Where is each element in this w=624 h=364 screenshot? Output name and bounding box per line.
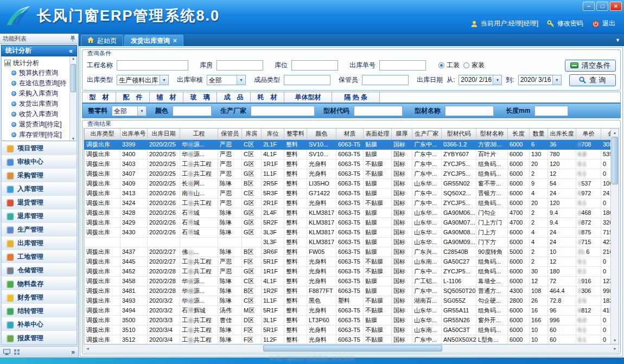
column-header[interactable]: 表面处理 bbox=[364, 129, 392, 139]
table-row[interactable]: 调拨出库34072020/2/25工业共工程严思G区1L1F整料光身料6063-… bbox=[85, 169, 611, 178]
sidebar-module-item[interactable]: 退库管理 bbox=[1, 209, 77, 223]
table-row[interactable]: 调拨出库34932020/3/2华城源...陈琳C区1L1F整料黑色塑料不贴膜国… bbox=[85, 296, 611, 305]
material-tab[interactable]: 成 品 bbox=[217, 92, 251, 103]
vertical-scrollbar[interactable]: ▲ ▼ bbox=[610, 129, 619, 344]
column-header[interactable]: 单价 bbox=[576, 129, 601, 139]
scroll-down-icon[interactable]: ▼ bbox=[72, 137, 75, 141]
pin-icon[interactable] bbox=[70, 35, 75, 42]
material-tab[interactable]: 单体型材 bbox=[284, 92, 332, 103]
minimize-button[interactable]: – bbox=[583, 2, 595, 11]
tree-scrollbar[interactable]: ▲ ▼ bbox=[69, 56, 77, 141]
column-header[interactable]: 库房 bbox=[242, 129, 262, 139]
material-tab[interactable]: 隔 热 条 bbox=[332, 92, 380, 103]
material-tab[interactable]: 配 件 bbox=[116, 92, 150, 103]
date-to-select[interactable]: 2020/ 3/16 ▼ bbox=[518, 75, 562, 85]
horizontal-scrollbar[interactable]: ◄ ► bbox=[84, 344, 619, 353]
radio-gongzhuang[interactable]: 工装 bbox=[438, 61, 460, 70]
search-button[interactable]: 查 询 bbox=[569, 74, 616, 86]
monitor-icon[interactable] bbox=[3, 349, 10, 355]
tab-shipment-outbound-query[interactable]: 发货出库查询× bbox=[124, 35, 183, 46]
collapse-icon[interactable]: « bbox=[69, 47, 73, 55]
sidebar-module-item[interactable]: 仓储管理 bbox=[1, 263, 77, 277]
audit-select[interactable]: 全部 ▼ bbox=[207, 75, 246, 85]
tree-root-node[interactable]: 统计分析 bbox=[4, 58, 69, 68]
more-modules-icon[interactable]: » bbox=[71, 348, 75, 356]
sidebar-group-header[interactable]: 统计分析 « bbox=[1, 45, 77, 56]
sidebar-module-item[interactable]: 项目管理 bbox=[1, 142, 77, 156]
column-header[interactable]: 出库单号 bbox=[120, 129, 148, 139]
sidebar-module-item[interactable]: 报废管理 bbox=[1, 331, 77, 345]
tree-item[interactable]: 采购入库查询 bbox=[4, 88, 69, 99]
column-header[interactable]: 出库长度 bbox=[548, 129, 576, 139]
material-tab[interactable]: 耗 材 bbox=[251, 92, 284, 103]
logout-button[interactable]: 退出 bbox=[592, 19, 615, 28]
vertical-scroll-thumb[interactable] bbox=[612, 137, 618, 184]
scroll-down-icon[interactable]: ▼ bbox=[613, 336, 617, 344]
table-row[interactable]: 调拨出库34812020/2/28华城源...陈琳B区1R2F整料F8877FT… bbox=[85, 286, 611, 296]
tab-overflow-icon[interactable]: ▼ bbox=[615, 37, 620, 43]
date-from-select[interactable]: 2020/ 2/16 ▼ bbox=[459, 75, 502, 85]
sidebar-module-item[interactable]: 出库管理 bbox=[1, 237, 77, 251]
table-row[interactable]: 调拨出库35102020/3/4工业共工程陈琳F区5R1F整料光身料6063-T… bbox=[85, 325, 611, 335]
scroll-up-icon[interactable]: ▲ bbox=[613, 129, 617, 136]
dropdown-icon[interactable]: ▼ bbox=[493, 75, 501, 85]
sidebar-module-item[interactable]: 财务管理 bbox=[1, 290, 77, 304]
table-row[interactable]: 调拨出库33992020/2/25华城源...严思C区2L1F整料SV10...… bbox=[85, 139, 611, 149]
column-header[interactable]: 出库日期 bbox=[148, 129, 180, 139]
column-header[interactable]: 型材代码 bbox=[442, 129, 476, 139]
clear-conditions-button[interactable]: 清空条件 bbox=[565, 60, 616, 72]
sidebar-module-item[interactable]: 审核中心 bbox=[1, 155, 77, 169]
column-header[interactable]: 金 bbox=[601, 129, 611, 139]
sidebar-module-item[interactable]: 生产管理 bbox=[1, 223, 77, 237]
column-header[interactable]: 生产厂家 bbox=[412, 129, 442, 139]
table-row[interactable]: 调拨出库34522020/2/28工业共工程严思G区1R1F整料光身料6063-… bbox=[85, 266, 611, 276]
column-header[interactable]: 库位 bbox=[262, 129, 284, 139]
length-input[interactable] bbox=[534, 106, 568, 116]
material-tab[interactable]: 型 材 bbox=[82, 92, 116, 103]
dropdown-icon[interactable]: ▼ bbox=[160, 75, 168, 85]
change-password-button[interactable]: 修改密码 bbox=[547, 19, 583, 28]
sidebar-module-item[interactable]: 物料盘存 bbox=[1, 277, 77, 291]
scroll-up-icon[interactable]: ▲ bbox=[72, 56, 75, 60]
tree-item[interactable]: 退货查询[待定] bbox=[4, 119, 69, 130]
table-row[interactable]: 调拨出库34942020/3/2石湾辉城汤伟M区5R1F整料光身料6063-T5… bbox=[85, 305, 611, 315]
table-row[interactable]: 调拨出库34302020/2/26石湾城陈琳G区3L3F整料KLM3817606… bbox=[85, 227, 611, 237]
table-row[interactable]: 调拨出库34452020/2/27工业共工程严思F区5R1F整料光身料6063-… bbox=[85, 257, 611, 266]
sidebar-module-item[interactable]: 入库管理 bbox=[1, 182, 77, 196]
project-name-input[interactable] bbox=[117, 60, 188, 71]
table-row[interactable]: 3L3F整料KLM38176063-T5贴膜国标山东华...GA90M09...… bbox=[85, 237, 611, 247]
out-type-select[interactable]: 生产领料出库 ▼ bbox=[117, 75, 169, 85]
column-header[interactable]: 工程 bbox=[180, 129, 218, 139]
table-row[interactable]: 调拨出库34582020/2/28华城源...陈琳C区4L1F整料光身料6063… bbox=[85, 276, 611, 286]
profile-name-input[interactable] bbox=[445, 106, 494, 116]
tab-start-page[interactable]: 起始页 bbox=[81, 35, 123, 46]
tree-item[interactable]: 发货出库查询 bbox=[4, 99, 69, 109]
tree-item[interactable]: 预算执行查询 bbox=[4, 68, 69, 78]
table-row[interactable]: 调拨出库34002020/2/25华城源...严思C区4L1F整料SV10...… bbox=[85, 149, 611, 159]
radio-jiazhuang[interactable]: 家装 bbox=[463, 61, 485, 70]
column-header[interactable]: 膜厚 bbox=[392, 129, 412, 139]
close-button[interactable]: × bbox=[610, 2, 622, 11]
table-row[interactable]: 调拨出库34242020/2/26工业共工程严思G区2R1F整料光身料6063-… bbox=[85, 198, 611, 208]
tree-item[interactable]: 收货入库查询 bbox=[4, 109, 69, 119]
table-row[interactable]: 调拨出库34092020/2/25长城网...陈琳B区2R5F整料LI35HO6… bbox=[85, 178, 611, 188]
table-row[interactable]: 调拨出库34292020/2/26石湾城陈琳G区5R2F整料KLM3817606… bbox=[85, 218, 611, 227]
table-row[interactable]: 调拨出库34032020/2/25工业共工程严思G区1R1F整料光身料6063-… bbox=[85, 159, 611, 169]
column-header[interactable]: 数量 bbox=[530, 129, 548, 139]
material-tab[interactable]: 辅 材 bbox=[150, 92, 183, 103]
warehouse-input[interactable] bbox=[217, 60, 263, 71]
table-row[interactable]: 调拨出库35122020/3/4工业共工程陈琳F区1L2F整料光身料6063-T… bbox=[85, 335, 611, 344]
sidebar-module-item[interactable]: 退货管理 bbox=[1, 196, 77, 210]
product-type-input[interactable] bbox=[284, 75, 330, 85]
tab-close-icon[interactable]: × bbox=[173, 38, 177, 43]
column-header[interactable]: 保管员 bbox=[218, 129, 242, 139]
horizontal-scroll-thumb[interactable] bbox=[263, 345, 442, 352]
sidebar-module-item[interactable]: 补单中心 bbox=[1, 317, 77, 331]
keeper-input[interactable] bbox=[362, 75, 409, 85]
dropdown-icon[interactable]: ▼ bbox=[237, 75, 245, 85]
grid-icon[interactable] bbox=[14, 349, 20, 355]
tree-item[interactable]: 在途信息查询[待 bbox=[4, 78, 69, 88]
order-no-input[interactable] bbox=[379, 60, 426, 71]
maximize-button[interactable]: □ bbox=[596, 2, 608, 11]
sidebar-module-item[interactable]: 工地管理 bbox=[1, 250, 77, 264]
